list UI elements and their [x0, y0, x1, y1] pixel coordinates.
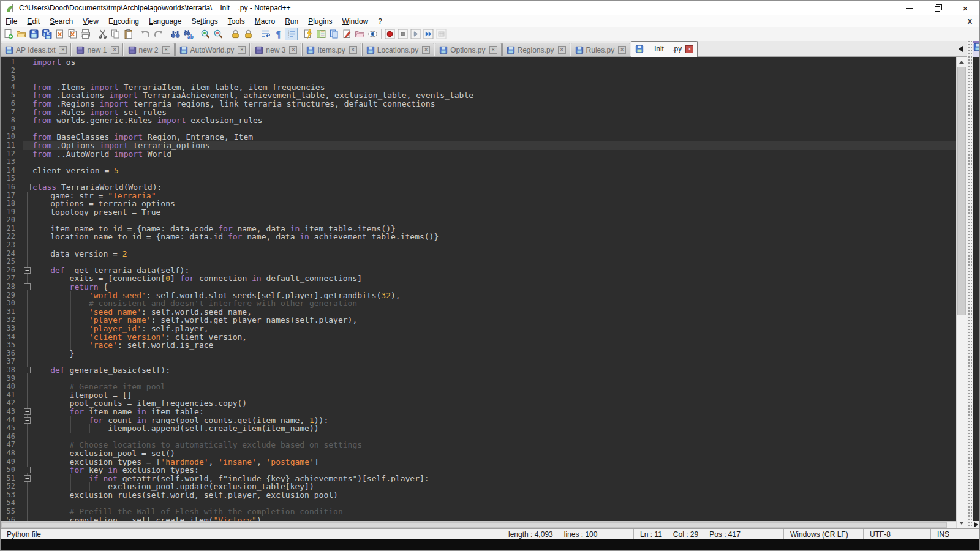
menu-run[interactable]: Run — [280, 16, 303, 27]
status-encoding-section[interactable]: UTF-8 — [863, 529, 930, 539]
fold-collapse-icon[interactable] — [24, 417, 31, 424]
tab-close-button[interactable]: × — [489, 46, 497, 54]
tab-autoworld-py[interactable]: AutoWorld.py× — [175, 43, 251, 56]
close-file-button[interactable] — [53, 28, 66, 40]
macro-play-button[interactable] — [409, 28, 422, 40]
restore-button[interactable] — [923, 1, 951, 15]
folder-as-workspace-button[interactable] — [353, 28, 366, 40]
macro-record-button[interactable] — [383, 28, 396, 40]
cut-button[interactable] — [96, 28, 109, 40]
menu-settings[interactable]: Settings — [186, 16, 222, 27]
fold-collapse-icon[interactable] — [24, 283, 31, 290]
tab-close-button[interactable]: × — [685, 45, 693, 53]
menu-language[interactable]: Language — [144, 16, 186, 27]
fold-margin[interactable] — [23, 474, 32, 483]
fold-collapse-icon[interactable] — [24, 467, 31, 473]
tab-scroll-left-button[interactable] — [956, 46, 963, 52]
menu-?[interactable]: ? — [373, 16, 387, 27]
function-list-button[interactable] — [302, 28, 315, 40]
tab-new-3[interactable]: new 3× — [251, 43, 301, 56]
fold-margin[interactable] — [23, 266, 32, 275]
tab-close-button[interactable]: × — [238, 46, 246, 54]
tab-options-py[interactable]: Options.py× — [435, 43, 501, 56]
horizontal-scrollbar[interactable] — [1, 521, 956, 528]
code-editor[interactable]: 1import os234from .Items import Terraria… — [1, 57, 956, 521]
close-all-files-button[interactable] — [66, 28, 79, 40]
tab-close-button[interactable]: × — [349, 46, 357, 54]
tab-close-button[interactable]: × — [558, 46, 566, 54]
tab-close-button[interactable]: × — [422, 46, 430, 54]
show-all-characters-button[interactable]: ¶ — [272, 28, 285, 40]
view-splitter[interactable] — [967, 41, 973, 528]
scroll-down-button[interactable] — [957, 519, 967, 528]
fold-margin[interactable] — [23, 183, 32, 192]
zoom-in-button[interactable] — [199, 28, 212, 40]
document-map-button[interactable] — [315, 28, 328, 40]
menu-search[interactable]: Search — [45, 16, 78, 27]
macro-stop-button[interactable] — [396, 28, 409, 40]
tab-items-py[interactable]: Items.py× — [302, 43, 361, 56]
menu-view[interactable]: View — [78, 16, 104, 27]
menu-edit[interactable]: Edit — [22, 16, 45, 27]
minimize-button[interactable] — [895, 1, 923, 15]
fold-collapse-icon[interactable] — [24, 475, 31, 482]
horizontal-scroll-thumb[interactable] — [1, 522, 947, 528]
print-button[interactable] — [79, 28, 92, 40]
status-insert-mode[interactable]: INS — [930, 529, 979, 539]
fold-collapse-icon[interactable] — [24, 367, 31, 373]
tab-init-py[interactable]: __init__.py× — [631, 41, 698, 57]
second-view-editor[interactable] — [973, 57, 979, 521]
zoom-out-button[interactable] — [212, 28, 225, 40]
tab-locations-py[interactable]: Locations.py× — [362, 43, 434, 56]
replace-button[interactable]: ab — [182, 28, 195, 40]
second-view-scroll[interactable] — [973, 521, 979, 528]
sync-scroll-vertical-button[interactable] — [229, 28, 242, 40]
file-monitoring-button[interactable] — [366, 28, 379, 40]
tab-close-button[interactable]: × — [162, 46, 170, 54]
indent-guide-button[interactable] — [285, 28, 298, 40]
tab-close-button[interactable]: × — [618, 46, 626, 54]
paste-button[interactable] — [122, 28, 135, 40]
second-view-tab-fragment[interactable] — [973, 41, 979, 57]
menu-tools[interactable]: Tools — [223, 16, 250, 27]
menu-plugins[interactable]: Plugins — [303, 16, 337, 27]
fold-collapse-icon[interactable] — [24, 267, 31, 274]
document-close-button[interactable]: X — [968, 18, 972, 25]
menu-macro[interactable]: Macro — [250, 16, 280, 27]
fold-margin[interactable] — [23, 283, 32, 291]
tab-close-button[interactable]: × — [289, 46, 297, 54]
save-all-button[interactable] — [40, 28, 53, 40]
word-wrap-button[interactable] — [259, 28, 272, 40]
document-list-button[interactable] — [328, 28, 341, 40]
fold-margin[interactable] — [23, 466, 32, 474]
undo-button[interactable] — [139, 28, 152, 40]
scroll-up-button[interactable] — [957, 57, 967, 67]
tab-rules-py[interactable]: Rules.py× — [571, 43, 631, 56]
save-button[interactable] — [28, 28, 40, 40]
new-file-button[interactable] — [2, 28, 15, 40]
find-button[interactable] — [169, 28, 182, 40]
menu-encoding[interactable]: Encoding — [104, 16, 144, 27]
status-eol-section[interactable]: Windows (CR LF) — [783, 529, 863, 539]
fold-collapse-icon[interactable] — [24, 184, 31, 190]
tab-new-1[interactable]: new 1× — [72, 43, 123, 56]
fold-margin[interactable] — [23, 366, 32, 375]
tab-close-button[interactable]: × — [111, 46, 119, 54]
vertical-scrollbar[interactable] — [956, 57, 967, 528]
copy-button[interactable] — [109, 28, 122, 40]
tab-close-button[interactable]: × — [59, 46, 67, 54]
fold-margin[interactable] — [23, 408, 32, 416]
menu-window[interactable]: Window — [337, 16, 374, 27]
vertical-scroll-thumb[interactable] — [957, 67, 966, 315]
tab-regions-py[interactable]: Regions.py× — [502, 43, 570, 56]
sync-scroll-horizontal-button[interactable] — [242, 28, 255, 40]
open-file-button[interactable] — [15, 28, 28, 40]
tab-ap-ideas-txt[interactable]: AP Ideas.txt× — [1, 43, 71, 56]
fold-margin[interactable] — [23, 416, 32, 425]
vertical-scroll-track[interactable] — [957, 67, 967, 519]
fold-collapse-icon[interactable] — [24, 408, 31, 415]
menu-file[interactable]: File — [1, 16, 22, 27]
close-button[interactable]: × — [951, 1, 979, 15]
tab-new-2[interactable]: new 2× — [124, 43, 175, 56]
macro-save-button[interactable] — [435, 28, 448, 40]
